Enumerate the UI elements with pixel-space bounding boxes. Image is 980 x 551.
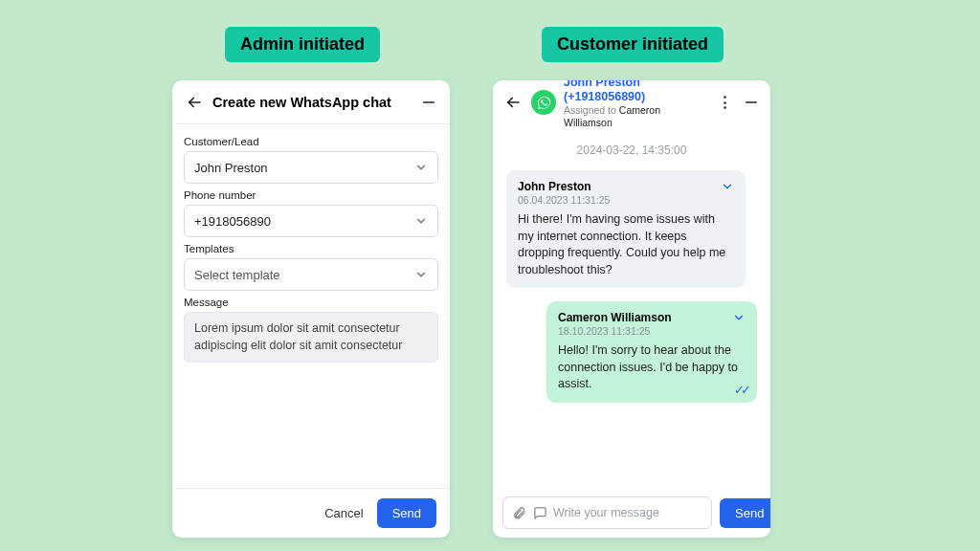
chat-header: John Preston (+1918056890) Assigned to C… [493,80,770,124]
composer-input-wrap [502,496,712,529]
customer-label: Customer/Lead [184,136,438,147]
minimize-icon[interactable] [742,93,761,112]
admin-form: Customer/Lead John Preston Phone number … [172,124,450,488]
chat-header-texts: John Preston (+1918056890) Assigned to C… [564,80,707,129]
chevron-down-icon [414,214,428,228]
message-timestamp: 06.04.2023 11:31:25 [518,194,610,206]
admin-panel-footer: Cancel Send [172,488,450,538]
admin-panel-header: Create new WhatsApp chat [172,80,450,124]
message-text: Hi there! I'm having some issues with my… [518,211,734,278]
phone-select-value: +1918056890 [194,214,271,229]
label-customer-initiated: Customer initiated [542,27,724,62]
assigned-prefix: Assigned to [564,104,619,116]
message-timestamp: 18.10.2023 11:31:25 [558,325,672,337]
message-textarea[interactable]: Lorem ipsum dolor sit amit consectetur a… [184,312,438,363]
back-icon[interactable] [502,92,523,113]
message-bubble-outgoing: Cameron Williamson 18.10.2023 11:31:25 H… [546,301,757,403]
message-bubble-incoming: John Preston 06.04.2023 11:31:25 Hi ther… [506,170,746,288]
message-text: Hello! I'm sorry to hear about the conne… [558,342,746,393]
chat-body: 2024-03-22, 14:35:00 John Preston 06.04.… [493,124,770,488]
phone-select[interactable]: +1918056890 [184,205,438,237]
kebab-menu-icon[interactable] [715,93,734,112]
chevron-down-icon[interactable] [721,180,734,193]
date-separator: 2024-03-22, 14:35:00 [506,143,757,157]
customer-select[interactable]: John Preston [184,151,438,184]
composer-input[interactable] [553,506,703,519]
whatsapp-icon [531,90,556,115]
template-label: Templates [184,243,438,254]
customer-initiated-panel: John Preston (+1918056890) Assigned to C… [493,80,770,538]
cancel-button[interactable]: Cancel [324,506,363,520]
customer-select-value: John Preston [194,161,268,175]
label-admin-initiated: Admin initiated [225,27,380,62]
attachment-icon[interactable] [511,505,526,520]
chat-contact-name[interactable]: John Preston (+1918056890) [564,80,707,104]
back-icon[interactable] [184,92,205,113]
chat-composer: Send [493,488,770,538]
chevron-down-icon [414,161,428,174]
chevron-down-icon[interactable] [732,311,746,324]
template-select-value: Select template [194,268,280,282]
composer-send-button[interactable]: Send [720,498,770,528]
minimize-icon[interactable] [419,93,438,112]
chevron-down-icon [414,268,428,281]
template-icon[interactable] [532,505,547,520]
phone-label: Phone number [184,189,438,201]
message-sender: John Preston [518,180,610,193]
admin-initiated-panel: Create new WhatsApp chat Customer/Lead J… [172,80,450,538]
read-receipt-icon: ✓✓ [734,383,747,397]
message-sender: Cameron Williamson [558,311,672,324]
send-button[interactable]: Send [377,498,436,528]
message-label: Message [184,297,438,308]
panel-title: Create new WhatsApp chat [212,95,412,110]
template-select[interactable]: Select template [184,258,438,291]
